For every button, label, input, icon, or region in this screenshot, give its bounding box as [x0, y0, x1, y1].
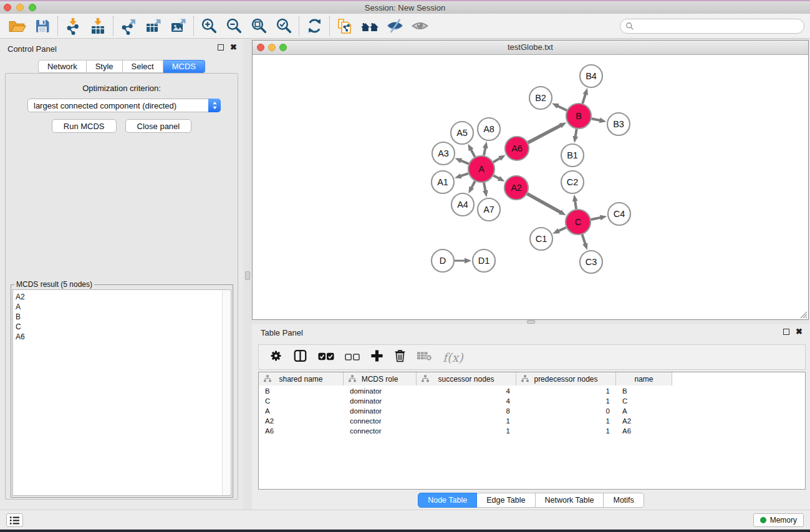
network-node-A7[interactable]: A7 — [478, 198, 500, 221]
network-close-button[interactable] — [257, 44, 264, 51]
table-cell[interactable]: dominator — [344, 386, 417, 396]
zoom-fit-icon[interactable] — [246, 15, 271, 37]
save-session-icon[interactable] — [30, 15, 55, 37]
network-zoom-button[interactable] — [279, 44, 287, 51]
tab-edge-table[interactable]: Edge Table — [477, 493, 535, 508]
tab-network[interactable]: Network — [38, 60, 87, 73]
table-cell[interactable]: 1 — [516, 396, 616, 406]
table-cell[interactable]: B — [616, 386, 672, 396]
list-scrollbar[interactable] — [222, 290, 231, 495]
network-edge-A-A5[interactable] — [471, 149, 475, 157]
network-node-A2[interactable]: A2 — [504, 176, 528, 200]
memory-button[interactable]: Memory — [753, 513, 804, 527]
network-edge-A6-B[interactable] — [528, 125, 562, 142]
float-panel-icon[interactable] — [218, 44, 224, 51]
list-item[interactable]: A6 — [16, 332, 25, 342]
network-edge-B-B1[interactable] — [576, 129, 577, 138]
network-node-C[interactable]: C — [566, 210, 591, 235]
table-row[interactable]: Adominator80A — [259, 406, 672, 416]
network-edge-A-A7[interactable] — [484, 183, 486, 192]
export-image-icon[interactable] — [166, 15, 191, 37]
list-item[interactable]: A2 — [16, 292, 25, 302]
table-cell[interactable]: 1 — [417, 426, 516, 436]
network-edge-A2-C[interactable] — [527, 194, 561, 213]
network-edge-A-A8[interactable] — [484, 147, 486, 156]
search-field[interactable] — [620, 19, 804, 34]
zoom-out-icon[interactable] — [221, 15, 246, 37]
close-panel-icon[interactable]: ✖ — [230, 44, 237, 51]
add-column-icon[interactable] — [370, 349, 383, 365]
close-window-button[interactable] — [4, 4, 11, 11]
network-edge-A-A3[interactable] — [460, 160, 469, 164]
table-cell[interactable]: A — [259, 406, 344, 416]
table-cell[interactable]: A6 — [259, 426, 344, 436]
network-node-A6[interactable]: A6 — [505, 137, 529, 160]
delete-table-icon[interactable] — [417, 351, 432, 364]
tab-select[interactable]: Select — [123, 60, 163, 73]
open-session-icon[interactable] — [5, 15, 30, 37]
network-edge-B-B2[interactable] — [557, 105, 567, 110]
refresh-icon[interactable] — [302, 15, 327, 37]
network-edge-A-A4[interactable] — [471, 181, 475, 188]
network-node-B3[interactable]: B3 — [607, 113, 630, 135]
network-node-B[interactable]: B — [566, 104, 591, 128]
table-cell[interactable]: A2 — [259, 416, 344, 426]
function-builder-icon[interactable]: f(x) — [443, 351, 463, 364]
show-columns-icon[interactable] — [293, 349, 307, 365]
table-cell[interactable]: connector — [344, 426, 417, 436]
panel-splitter-vertical[interactable] — [243, 39, 252, 510]
network-window-titlebar[interactable]: testGlobe.txt — [253, 41, 808, 55]
column-header-name[interactable]: name — [616, 372, 672, 385]
network-edge-A-A6[interactable] — [493, 158, 501, 162]
window-resize-grip[interactable] — [798, 309, 808, 319]
column-header-successor-nodes[interactable]: successor nodes — [417, 372, 516, 385]
table-cell[interactable]: 1 — [516, 386, 616, 396]
network-node-A4[interactable]: A4 — [451, 193, 474, 216]
tab-motifs[interactable]: Motifs — [604, 493, 644, 508]
table-cell[interactable]: 8 — [417, 406, 516, 416]
float-table-panel-icon[interactable] — [783, 329, 789, 335]
network-node-B1[interactable]: B1 — [561, 144, 584, 167]
optimization-criterion-select[interactable]: largest connected component (directed) — [27, 99, 221, 112]
zoom-in-icon[interactable] — [196, 15, 221, 37]
export-table-icon[interactable] — [141, 15, 166, 37]
list-item[interactable]: C — [16, 322, 25, 332]
run-mcds-button[interactable]: Run MCDS — [52, 119, 117, 133]
network-node-C3[interactable]: C3 — [580, 251, 602, 273]
network-edge-A-A2[interactable] — [493, 175, 499, 178]
table-cell[interactable]: A6 — [616, 426, 672, 436]
network-node-A5[interactable]: A5 — [451, 122, 473, 144]
network-node-D[interactable]: D — [432, 249, 454, 272]
network-node-C1[interactable]: C1 — [530, 228, 552, 250]
list-item[interactable]: B — [16, 312, 25, 322]
table-cell[interactable]: 1 — [417, 416, 516, 426]
select-all-icon[interactable] — [318, 352, 334, 363]
network-node-A8[interactable]: A8 — [478, 118, 500, 140]
settings-gear-icon[interactable] — [269, 349, 282, 365]
column-header-MCDS-role[interactable]: MCDS role — [344, 372, 417, 385]
network-from-selection-icon[interactable] — [332, 15, 357, 37]
show-panels-button[interactable] — [6, 513, 23, 527]
show-all-icon[interactable] — [407, 15, 432, 37]
table-row[interactable]: A2connector11A2 — [259, 416, 672, 426]
network-edge-C-C3[interactable] — [582, 235, 586, 244]
network-edge-C-C4[interactable] — [591, 218, 602, 220]
first-neighbors-icon[interactable] — [357, 15, 382, 37]
network-node-B2[interactable]: B2 — [529, 87, 552, 109]
tab-network-table[interactable]: Network Table — [536, 493, 604, 508]
table-cell[interactable]: dominator — [344, 406, 417, 416]
hide-selection-icon[interactable] — [382, 15, 407, 37]
import-table-icon[interactable] — [85, 15, 110, 37]
table-cell[interactable]: 1 — [516, 416, 616, 426]
network-node-B4[interactable]: B4 — [580, 65, 602, 87]
table-cell[interactable]: C — [259, 396, 344, 406]
network-canvas[interactable]: AA6A2BCA5A8A3A1A4A7B2B4B3B1C2C4C1C3DD1 — [253, 55, 808, 319]
column-header-predecessor-nodes[interactable]: predecessor nodes — [516, 372, 616, 385]
tab-mcds[interactable]: MCDS — [163, 60, 205, 73]
zoom-window-button[interactable] — [29, 4, 36, 11]
network-node-C2[interactable]: C2 — [561, 171, 584, 193]
table-cell[interactable]: 0 — [516, 406, 616, 416]
network-node-A3[interactable]: A3 — [432, 142, 455, 165]
network-edge-B-B3[interactable] — [592, 118, 601, 120]
table-cell[interactable]: A — [616, 406, 672, 416]
